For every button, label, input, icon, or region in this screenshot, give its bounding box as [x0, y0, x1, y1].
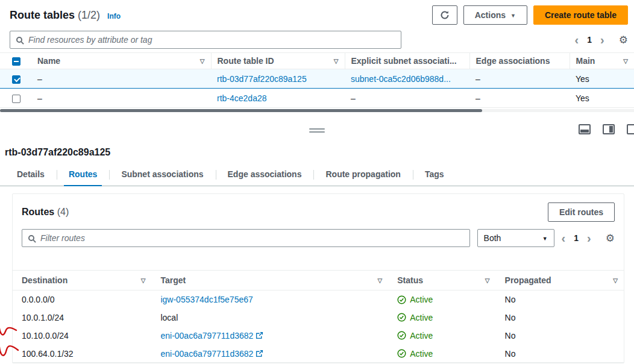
route-table-id-link[interactable]: rtb-03d77af220c89a125 [217, 74, 307, 84]
cell-edge-associations: – [469, 89, 570, 108]
search-icon [28, 235, 34, 241]
cell-propagated: No [496, 290, 624, 309]
detail-tabs: Details Routes Subnet associations Edge … [0, 164, 634, 186]
route-row: 0.0.0.0/0 igw-055374dc1f5e75e67 Active N… [13, 290, 624, 309]
column-header-route-table-id[interactable]: Route table ID▽ [211, 53, 345, 69]
column-label: Propagated [505, 275, 551, 285]
status-badge: Active [397, 295, 489, 304]
target-link[interactable]: igw-055374dc1f5e75e67 [160, 295, 253, 304]
page-title: Route tables (1/2) [10, 9, 100, 22]
search-input[interactable] [27, 34, 395, 45]
cell-propagated: No [496, 309, 624, 327]
tab-subnet-associations[interactable]: Subnet associations [109, 164, 215, 186]
preferences-gear-icon[interactable]: ⚙ [619, 34, 628, 46]
refresh-icon [440, 10, 450, 20]
column-header-explicit-subnet[interactable]: Explicit subnet associati... [345, 53, 469, 69]
next-page-button[interactable]: › [587, 232, 591, 244]
target-link[interactable]: eni-00ac6a797711d3682 [160, 349, 253, 359]
external-link-icon[interactable] [256, 331, 263, 339]
horizontal-scrollbar[interactable] [0, 109, 634, 112]
column-label: Destination [22, 275, 67, 285]
current-page[interactable]: 1 [574, 233, 579, 243]
routes-title: Routes (4) [22, 207, 69, 218]
search-box[interactable] [10, 31, 401, 49]
cell-target: local [151, 309, 388, 327]
filter-routes-box[interactable] [22, 229, 470, 247]
maximize-panel-icon[interactable] [627, 124, 634, 134]
row-checkbox[interactable] [12, 75, 20, 84]
table-header-row: Destination▽ Target▽ Status▽ Propagated▽ [13, 271, 624, 290]
column-label: Name [37, 56, 60, 66]
column-header-destination[interactable]: Destination▽ [13, 271, 151, 290]
subnet-association-link[interactable]: subnet-0ca5c2d06b988d... [351, 74, 451, 84]
column-header-name[interactable]: Name▽ [31, 53, 211, 69]
list-toolbar: ‹ 1 › ⚙ [0, 27, 634, 52]
route-row: 10.0.1.0/24 local Active No [13, 309, 624, 327]
route-tables-header: Route tables (1/2) Info Actions ▼ Create… [0, 0, 634, 27]
route-type-select[interactable]: Both ▼ [477, 229, 554, 247]
split-drag-handle[interactable] [309, 127, 325, 134]
prev-page-button[interactable]: ‹ [575, 34, 579, 46]
split-panel-bar [0, 121, 634, 146]
preferences-gear-icon[interactable]: ⚙ [606, 232, 615, 245]
tab-route-propagation[interactable]: Route propagation [313, 164, 412, 186]
prev-page-button[interactable]: ‹ [562, 232, 566, 244]
column-header-propagated[interactable]: Propagated▽ [496, 271, 624, 290]
cell-edge-associations: – [469, 69, 570, 89]
tab-edge-associations[interactable]: Edge associations [216, 164, 314, 186]
column-header-edge-associations[interactable]: Edge associations [469, 53, 570, 69]
route-row: 100.64.0.1/32 eni-00ac6a797711d3682 Acti… [13, 345, 624, 363]
cell-main: Yes [570, 69, 634, 89]
row-checkbox[interactable] [12, 95, 20, 103]
info-link[interactable]: Info [107, 12, 121, 20]
route-table-id-link[interactable]: rtb-4ce2da28 [217, 93, 267, 103]
status-label: Active [410, 349, 433, 359]
cell-destination: 100.64.0.1/32 [13, 345, 151, 363]
bottom-panel-layout-icon[interactable] [579, 124, 591, 134]
page-title-text: Route tables [10, 9, 75, 21]
cell-name: – [31, 89, 211, 108]
status-success-icon [397, 295, 406, 304]
cell-destination: 10.0.1.0/24 [13, 309, 151, 327]
external-link-icon[interactable] [256, 350, 263, 357]
select-all-checkbox[interactable] [12, 57, 20, 66]
refresh-button[interactable] [432, 5, 457, 25]
sort-icon: ▽ [485, 277, 490, 284]
tab-details[interactable]: Details [5, 164, 57, 186]
table-header-row: Name▽ Route table ID▽ Explicit subnet as… [0, 53, 634, 69]
column-label: Edge associations [476, 56, 550, 66]
actions-button-label: Actions [475, 10, 506, 20]
side-panel-layout-icon[interactable] [603, 124, 615, 134]
cell-main: Yes [570, 89, 634, 108]
create-route-table-button[interactable]: Create route table [533, 5, 628, 25]
sort-icon: ▽ [623, 58, 628, 64]
table-row[interactable]: – rtb-03d77af220c89a125 subnet-0ca5c2d06… [0, 69, 634, 89]
column-label: Main [576, 56, 595, 66]
routes-title-text: Routes [22, 207, 54, 217]
status-badge: Active [397, 331, 489, 340]
filter-routes-input[interactable] [39, 233, 463, 243]
next-page-button[interactable]: › [600, 34, 604, 46]
sort-icon: ▽ [141, 277, 146, 284]
current-page[interactable]: 1 [587, 35, 592, 45]
caret-down-icon: ▼ [510, 13, 516, 19]
table-row[interactable]: – rtb-4ce2da28 – – Yes [0, 89, 634, 108]
status-label: Active [410, 295, 433, 304]
status-success-icon [397, 313, 406, 322]
cell-name: – [31, 69, 211, 89]
column-header-status[interactable]: Status▽ [388, 271, 495, 290]
tab-tags[interactable]: Tags [413, 164, 456, 186]
scrollbar-thumb[interactable] [0, 109, 482, 112]
column-header-target[interactable]: Target▽ [151, 271, 388, 290]
edit-routes-button[interactable]: Edit routes [548, 202, 615, 222]
caret-down-icon: ▼ [542, 236, 548, 242]
select-all-header[interactable] [0, 53, 31, 69]
actions-button[interactable]: Actions ▼ [463, 5, 527, 25]
sort-icon: ▽ [200, 58, 205, 64]
tab-routes[interactable]: Routes [57, 164, 109, 186]
routes-toolbar: Both ▼ ‹ 1 › ⚙ [13, 225, 624, 253]
cell-destination: 10.10.0.0/24 [13, 327, 151, 345]
target-link[interactable]: eni-00ac6a797711d3682 [160, 331, 253, 340]
column-header-main[interactable]: Main▽ [570, 53, 634, 69]
route-type-select-value: Both [484, 233, 501, 243]
